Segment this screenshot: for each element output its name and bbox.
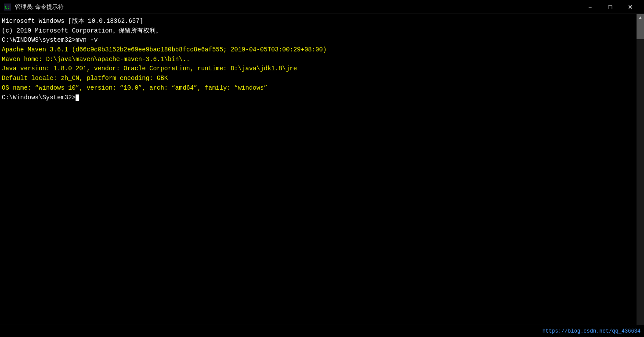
- terminal-line: Maven home: D:\java\maven\apache-maven-3…: [2, 55, 635, 65]
- scrollbar-track[interactable]: [637, 22, 644, 330]
- svg-text:C:: C:: [5, 5, 10, 10]
- scrollbar[interactable]: ▲ ▼: [637, 14, 644, 337]
- terminal-line: OS name: “windows 10”, version: “10.0”, …: [2, 83, 635, 93]
- cmd-icon: C:: [4, 3, 11, 11]
- terminal-line: Apache Maven 3.6.1 (d66c9c0b3152b2e69ee9…: [2, 45, 635, 55]
- terminal-cursor: [76, 94, 79, 101]
- window-title: 管理员: 命令提示符: [15, 3, 64, 11]
- scrollbar-up-button[interactable]: ▲: [637, 14, 644, 22]
- terminal-line: Default locale: zh_CN, platform encoding…: [2, 74, 635, 83]
- terminal-line: C:\Windows\System32>: [2, 93, 635, 103]
- csdn-url: https://blog.csdn.net/qq_436634: [543, 328, 640, 334]
- bottom-bar: https://blog.csdn.net/qq_436634: [0, 325, 644, 337]
- terminal-line: (c) 2019 Microsoft Corporation。保留所有权利。: [2, 26, 635, 36]
- scrollbar-thumb[interactable]: [637, 22, 644, 39]
- window-controls: − □ ✕: [580, 0, 640, 14]
- terminal-area: Microsoft Windows [版本 10.0.18362.657](c)…: [0, 14, 644, 337]
- terminal-line: C:\WINDOWS\system32>mvn -v: [2, 36, 635, 45]
- title-bar-left: C: 管理员: 命令提示符: [4, 3, 64, 11]
- maximize-button[interactable]: □: [600, 0, 620, 14]
- close-button[interactable]: ✕: [620, 0, 640, 14]
- terminal-line: Microsoft Windows [版本 10.0.18362.657]: [2, 17, 635, 26]
- terminal-line: Java version: 1.8.0_201, vendor: Oracle …: [2, 64, 635, 74]
- minimize-button[interactable]: −: [580, 0, 600, 14]
- terminal-content[interactable]: Microsoft Windows [版本 10.0.18362.657](c)…: [0, 14, 637, 337]
- title-bar: C: 管理员: 命令提示符 − □ ✕: [0, 0, 644, 14]
